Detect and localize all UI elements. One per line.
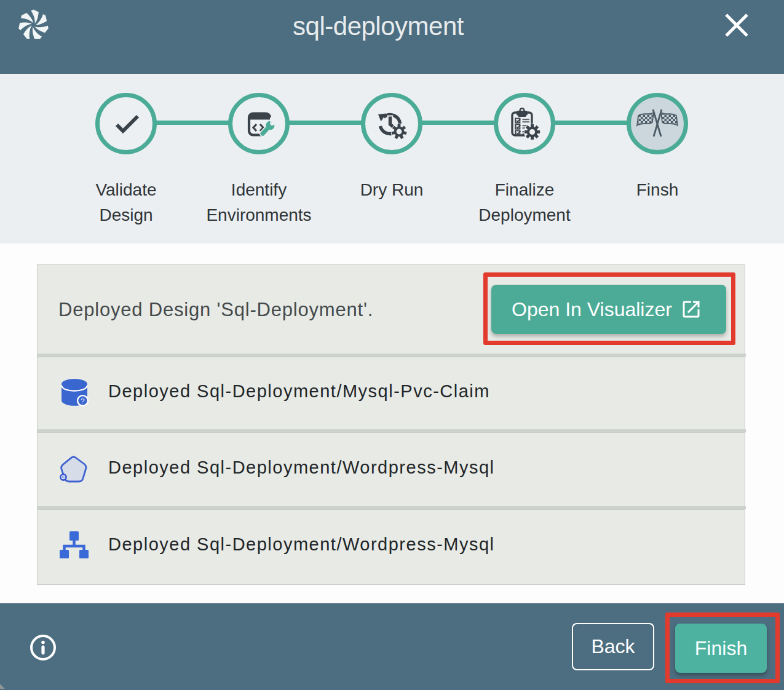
svg-text:?: ?	[81, 397, 84, 405]
